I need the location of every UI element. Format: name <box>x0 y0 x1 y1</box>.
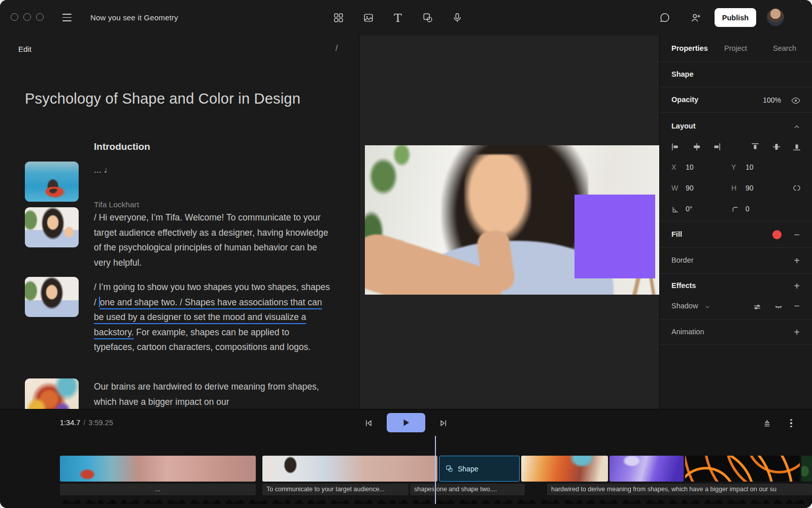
shapes-tool-icon[interactable] <box>421 11 434 24</box>
transcript-gap-text[interactable]: ... ♩ <box>94 163 331 178</box>
add-animation-plus-button[interactable]: + <box>791 327 803 339</box>
video-frame[interactable] <box>365 145 660 295</box>
playhead[interactable] <box>435 436 436 504</box>
rotation-value[interactable]: 0° <box>686 205 692 213</box>
effects-header-row: Effects + <box>660 273 812 297</box>
slash-command-hint: / <box>335 43 338 53</box>
preview-canvas <box>359 36 659 409</box>
add-effect-plus-button[interactable]: + <box>791 280 803 293</box>
timeline-clip-lava[interactable] <box>685 456 800 482</box>
align-left-icon[interactable] <box>669 141 682 153</box>
fill-row: Fill − <box>660 221 812 247</box>
user-avatar[interactable] <box>767 9 784 26</box>
remove-fill-minus-button[interactable]: − <box>791 229 803 241</box>
layout-label: Layout <box>671 122 696 130</box>
window-minimize-button[interactable] <box>23 13 31 21</box>
app-window: Now you see it Geometry T Publish Edit /… <box>0 0 812 508</box>
layouts-icon[interactable] <box>332 11 345 24</box>
caption-segment[interactable]: To communicate to your target audience..… <box>262 484 409 495</box>
presenter-face <box>464 154 531 242</box>
main-area: Edit / Psychology of Shape and Color in … <box>0 36 812 409</box>
microphone-icon[interactable] <box>451 11 464 24</box>
caption-segment[interactable]: ... <box>60 484 256 495</box>
scene-thumbnail-pool[interactable] <box>25 162 79 202</box>
add-collaborator-icon[interactable] <box>689 11 702 24</box>
project-title: Now you see it Geometry <box>90 13 178 22</box>
timeline: Shape ... To communicate to your target … <box>0 436 812 508</box>
media-icon[interactable] <box>362 11 375 24</box>
timeline-clip-pool[interactable] <box>60 456 256 482</box>
transcript-paragraph[interactable]: / I’m going to show you two shapes you t… <box>94 280 331 355</box>
align-right-icon[interactable] <box>710 141 723 153</box>
section-heading[interactable]: Introduction <box>94 141 150 152</box>
window-zoom-button[interactable] <box>36 13 44 21</box>
rotation-row: 0° 0 <box>660 201 812 216</box>
align-top-icon[interactable] <box>749 141 761 153</box>
panel-tabs: Properties Project Search <box>660 36 812 61</box>
window-close-button[interactable] <box>11 13 18 21</box>
timeline-more-options-icon[interactable] <box>785 417 798 430</box>
script-panel: Edit / Psychology of Shape and Color in … <box>0 36 359 409</box>
width-field-label: W <box>671 184 678 192</box>
x-field-value[interactable]: 10 <box>686 163 694 171</box>
corner-radius-icon <box>729 203 741 215</box>
shape-section-label: Shape <box>671 70 694 78</box>
shadow-settings-sliders-icon[interactable] <box>751 301 763 313</box>
scene-thumbnail-wave[interactable] <box>25 207 79 247</box>
height-field-label: H <box>731 184 736 192</box>
animation-label: Animation <box>671 328 704 336</box>
opacity-row: Opacity 100% <box>660 87 812 112</box>
align-bottom-icon[interactable] <box>791 141 803 153</box>
fill-label: Fill <box>671 230 682 238</box>
caption-segment[interactable]: hardwired to derive meaning from shapes,… <box>547 484 812 495</box>
opacity-value[interactable]: 100% <box>763 96 781 104</box>
play-button[interactable] <box>387 413 425 432</box>
skip-to-start-icon[interactable] <box>362 417 375 430</box>
y-field-label: Y <box>731 163 736 171</box>
text-tool-icon[interactable]: T <box>391 11 404 24</box>
tab-properties[interactable]: Properties <box>671 44 708 52</box>
menu-icon[interactable] <box>62 14 72 21</box>
collapse-chevron-up-icon[interactable] <box>791 121 803 133</box>
tab-project[interactable]: Project <box>724 44 747 52</box>
scene-thumbnail-smile[interactable] <box>25 277 79 317</box>
link-dimensions-icon[interactable] <box>791 182 803 194</box>
timeline-clip-leaves[interactable] <box>801 456 812 482</box>
caption-segment[interactable]: shapes one and shape two.... <box>410 484 525 495</box>
timeline-tracks-icon[interactable] <box>760 417 773 430</box>
remove-shadow-minus-button[interactable]: − <box>791 300 803 312</box>
shadow-chevron-down-icon[interactable] <box>701 301 714 313</box>
timeline-clip-wave[interactable] <box>262 456 437 482</box>
size-row: W 90 H 90 <box>660 180 812 196</box>
height-field-value[interactable]: 90 <box>746 184 754 192</box>
comments-icon[interactable] <box>658 11 671 24</box>
timeline-clip-watercolor[interactable] <box>521 456 608 482</box>
transport-bar: 1:34.7/3:59.25 <box>0 409 812 436</box>
opacity-visibility-eye-icon[interactable] <box>790 94 802 107</box>
transcript-paragraph[interactable]: / Hi everyone, I’m Tifa. Welcome! To com… <box>94 210 331 270</box>
layout-header-row: Layout <box>660 112 812 140</box>
publish-button[interactable]: Publish <box>715 8 756 27</box>
time-separator: / <box>83 419 85 427</box>
add-border-plus-button[interactable]: + <box>791 255 803 267</box>
document-title[interactable]: Psychology of Shape and Color in Design <box>25 90 340 107</box>
timeline-clip-purple-abstract[interactable] <box>610 456 684 482</box>
tab-search[interactable]: Search <box>773 44 796 52</box>
shadow-row: Shadow − <box>660 297 812 319</box>
shadow-hidden-eye-closed-icon[interactable] <box>772 301 785 313</box>
timeline-clip-shape-selected[interactable]: Shape <box>439 456 520 482</box>
purple-square-shape[interactable] <box>574 195 655 278</box>
rotation-angle-icon <box>669 203 681 215</box>
edit-tab[interactable]: Edit <box>18 45 31 53</box>
corner-radius-value[interactable]: 0 <box>746 205 750 213</box>
effects-label: Effects <box>671 281 696 290</box>
fill-color-swatch[interactable] <box>772 230 782 239</box>
width-field-value[interactable]: 90 <box>686 184 694 192</box>
align-center-horizontal-icon[interactable] <box>691 141 703 153</box>
align-center-vertical-icon[interactable] <box>770 141 783 153</box>
transcript-paragraph[interactable]: Our brains are hardwired to derive meani… <box>94 379 331 409</box>
total-time: 3:59.25 <box>88 419 113 427</box>
scene-thumbnail-paint[interactable] <box>25 378 79 409</box>
skip-to-end-icon[interactable] <box>437 417 450 430</box>
y-field-value[interactable]: 10 <box>746 163 754 171</box>
